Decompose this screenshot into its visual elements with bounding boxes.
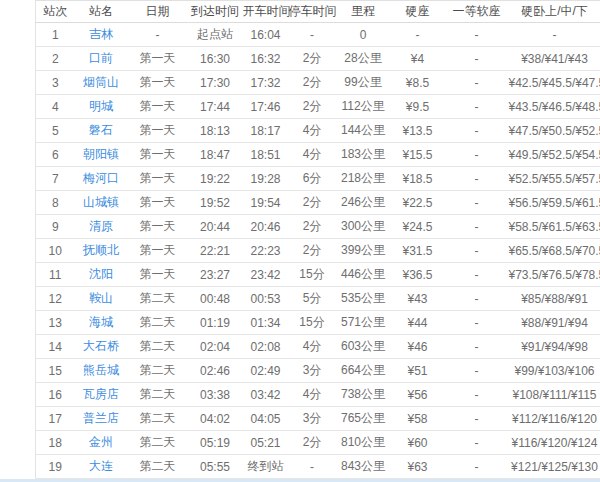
cell-first_class_soft_seat: - [445,431,509,455]
cell-first_class_soft_seat: - [445,71,509,95]
station-link[interactable]: 大石桥 [83,339,119,353]
cell-hard_sleeper: ¥65.5/¥68.5/¥70.5 [509,239,600,263]
cell-arrival_time: 23:27 [188,263,243,287]
cell-station_name: 大连 [75,455,128,479]
station-link[interactable]: 金州 [89,435,113,449]
cell-hard_seat: ¥13.5 [391,119,445,143]
cell-first_class_soft_seat: - [445,23,509,47]
station-link[interactable]: 吉林 [89,27,113,41]
cell-stop_time: 2分 [289,239,336,263]
cell-date: - [128,23,188,47]
cell-date: 第一天 [128,167,188,191]
table-row: 17普兰店第二天04:0204:053分765公里¥58-¥112/¥116/¥… [36,407,600,431]
table-row: 14大石桥第二天02:0402:084分603公里¥46-¥91/¥94/¥98 [36,335,600,359]
cell-departure_time: 22:23 [243,239,289,263]
cell-date: 第一天 [128,95,188,119]
cell-hard_sleeper: ¥42.5/¥45.5/¥47.5 [509,71,600,95]
cell-date: 第二天 [128,359,188,383]
cell-station_no: 4 [36,95,75,119]
station-link[interactable]: 清原 [89,219,113,233]
cell-date: 第一天 [128,239,188,263]
cell-first_class_soft_seat: - [445,47,509,71]
cell-arrival_time: 20:44 [188,215,243,239]
cell-distance: 144公里 [336,119,391,143]
cell-distance: 446公里 [336,263,391,287]
table-row: 15熊岳城第二天02:4602:493分664公里¥51-¥99/¥103/¥1… [36,359,600,383]
cell-station_no: 5 [36,119,75,143]
cell-station_name: 朝阳镇 [75,143,128,167]
cell-first_class_soft_seat: - [445,335,509,359]
cell-distance: 765公里 [336,407,391,431]
cell-hard_seat: ¥63 [391,455,445,479]
station-link[interactable]: 烟筒山 [83,75,119,89]
cell-stop_time: 2分 [289,95,336,119]
cell-hard_sleeper: ¥52.5/¥55.5/¥57.5 [509,167,600,191]
cell-hard_sleeper: ¥56.5/¥59.5/¥61.5 [509,191,600,215]
cell-hard_sleeper: ¥85/¥88/¥91 [509,287,600,311]
cell-departure_time: 00:53 [243,287,289,311]
cell-distance: 28公里 [336,47,391,71]
station-link[interactable]: 抚顺北 [83,243,119,257]
cell-station_name: 普兰店 [75,407,128,431]
cell-hard_seat: ¥8.5 [391,71,445,95]
cell-arrival_time: 00:48 [188,287,243,311]
table-row: 10抚顺北第一天22:2122:232分399公里¥31.5-¥65.5/¥68… [36,239,600,263]
station-link[interactable]: 普兰店 [83,411,119,425]
cell-date: 第一天 [128,263,188,287]
cell-station_no: 1 [36,23,75,47]
cell-station_name: 口前 [75,47,128,71]
cell-station_no: 3 [36,71,75,95]
cell-stop_time: - [289,455,336,479]
cell-station_no: 6 [36,143,75,167]
station-link[interactable]: 磐石 [89,123,113,137]
cell-departure_time: 18:17 [243,119,289,143]
cell-date: 第二天 [128,455,188,479]
column-header-station_name: 站名 [75,1,128,23]
cell-station_no: 13 [36,311,75,335]
station-link[interactable]: 明城 [89,99,113,113]
cell-station_name: 抚顺北 [75,239,128,263]
station-link[interactable]: 海城 [89,315,113,329]
station-link[interactable]: 梅河口 [83,171,119,185]
column-header-first_class_soft_seat: 一等软座 [445,1,509,23]
station-link[interactable]: 瓦房店 [83,387,119,401]
cell-station_name: 梅河口 [75,167,128,191]
cell-station_name: 金州 [75,431,128,455]
station-link[interactable]: 大连 [89,459,113,473]
cell-hard_seat: ¥51 [391,359,445,383]
cell-distance: 738公里 [336,383,391,407]
cell-arrival_time: 19:22 [188,167,243,191]
table-row: 12鞍山第二天00:4800:535分535公里¥43-¥85/¥88/¥91 [36,287,600,311]
station-link[interactable]: 熊岳城 [83,363,119,377]
cell-departure_time: 05:21 [243,431,289,455]
cell-hard_seat: ¥31.5 [391,239,445,263]
cell-distance: 810公里 [336,431,391,455]
cell-first_class_soft_seat: - [445,95,509,119]
cell-hard_sleeper: ¥58.5/¥61.5/¥63.5 [509,215,600,239]
station-link[interactable]: 鞍山 [89,291,113,305]
cell-hard_sleeper: ¥47.5/¥50.5/¥52.5 [509,119,600,143]
cell-departure_time: 02:08 [243,335,289,359]
train-schedule-table: 站次站名日期到达时间开车时间停车时间里程硬座一等软座硬卧上/中/下 1吉林-起点… [35,0,600,479]
station-link[interactable]: 朝阳镇 [83,147,119,161]
cell-hard_sleeper: ¥121/¥125/¥130 [509,455,600,479]
cell-date: 第一天 [128,119,188,143]
cell-arrival_time: 01:19 [188,311,243,335]
cell-date: 第一天 [128,71,188,95]
cell-first_class_soft_seat: - [445,143,509,167]
station-link[interactable]: 山城镇 [83,195,119,209]
cell-first_class_soft_seat: - [445,263,509,287]
station-link[interactable]: 口前 [89,51,113,65]
cell-station_no: 2 [36,47,75,71]
cell-hard_seat: ¥9.5 [391,95,445,119]
table-row: 7梅河口第一天19:2219:286分218公里¥18.5-¥52.5/¥55.… [36,167,600,191]
cell-date: 第二天 [128,383,188,407]
station-link[interactable]: 沈阳 [89,267,113,281]
cell-station_name: 瓦房店 [75,383,128,407]
cell-arrival_time: 起点站 [188,23,243,47]
cell-station_name: 大石桥 [75,335,128,359]
column-header-stop_time: 停车时间 [289,1,336,23]
cell-hard_sleeper: ¥73.5/¥76.5/¥78.5 [509,263,600,287]
cell-first_class_soft_seat: - [445,311,509,335]
table-row: 5磐石第一天18:1318:174分144公里¥13.5-¥47.5/¥50.5… [36,119,600,143]
